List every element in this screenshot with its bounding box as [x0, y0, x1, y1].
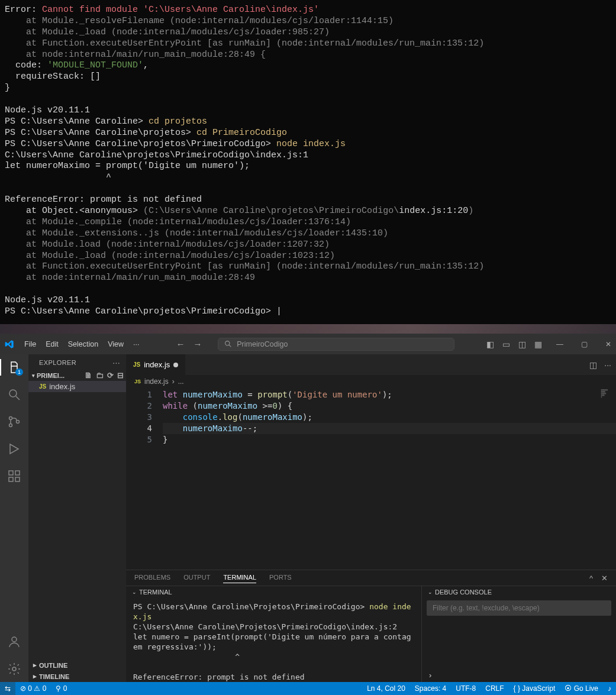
command-center[interactable]: PrimeiroCodigo — [218, 338, 454, 351]
debug-console-pane: ⌄DEBUG CONSOLE › — [422, 586, 616, 682]
external-terminal[interactable]: Error: Cannot find module 'C:\Users\Anne… — [0, 0, 616, 324]
status-ports[interactable]: ⚲ 0 — [51, 684, 72, 693]
sidebar-more-icon[interactable]: ··· — [112, 358, 120, 367]
breadcrumb[interactable]: JS index.js › ... — [126, 375, 616, 388]
svg-point-4 — [9, 417, 12, 420]
tab-terminal[interactable]: TERMINAL — [223, 574, 256, 583]
new-folder-icon[interactable]: 🗀 — [96, 371, 104, 380]
remote-button[interactable]: ⇆ — [0, 682, 15, 695]
editor-column: JS index.js ◫ ··· JS index.js › ... 1234… — [126, 354, 616, 682]
title-bar: File Edit Selection View ··· ← → Primeir… — [0, 334, 616, 354]
gutter: 12345 — [126, 388, 163, 570]
bottom-panel: PROBLEMS OUTPUT TERMINAL PORTS ^ ✕ ⌄TERM… — [126, 570, 616, 682]
close-panel-icon[interactable]: ✕ — [601, 574, 608, 583]
layout-controls: ◧ ▭ ◫ ▦ — [486, 340, 542, 349]
chevron-down-icon: ⌄ — [132, 589, 137, 595]
svg-rect-9 — [15, 477, 20, 481]
svg-point-12 — [12, 667, 16, 671]
debug-prompt[interactable]: › — [422, 668, 616, 682]
status-problems[interactable]: ⊘ 0 ⚠ 0 — [15, 684, 51, 693]
status-language[interactable]: { } JavaScript — [509, 684, 560, 693]
layout-icon[interactable]: ▦ — [534, 340, 542, 349]
activity-account[interactable] — [7, 635, 21, 649]
terminal-pane: ⌄TERMINAL PS C:\Users\Anne Caroline\Proj… — [126, 586, 422, 682]
svg-point-2 — [9, 390, 17, 397]
maximize-panel-icon[interactable]: ^ — [589, 574, 593, 583]
svg-point-6 — [17, 421, 20, 424]
more-actions-icon[interactable]: ··· — [604, 360, 611, 370]
status-cursor[interactable]: Ln 4, Col 20 — [362, 684, 410, 693]
folder-section[interactable]: ▾ PRIMEI... 🗎 🗀 ⟳ ⊟ — [28, 370, 126, 381]
file-item-index[interactable]: JS index.js — [28, 381, 126, 392]
menu-more[interactable]: ··· — [129, 338, 143, 350]
layout-icon[interactable]: ◧ — [486, 340, 494, 349]
tab-ports[interactable]: PORTS — [269, 574, 292, 583]
svg-point-5 — [9, 424, 12, 427]
activity-bar: 1 — [0, 354, 28, 682]
explorer-badge: 1 — [15, 368, 23, 376]
svg-point-11 — [12, 637, 17, 642]
sidebar: EXPLORER ··· ▾ PRIMEI... 🗎 🗀 ⟳ ⊟ JS inde… — [28, 354, 126, 682]
tab-problems[interactable]: PROBLEMS — [134, 574, 170, 583]
terminal-body[interactable]: PS C:\Users\Anne Caroline\Projetos\Prime… — [126, 598, 421, 682]
status-indent[interactable]: Spaces: 4 — [410, 684, 451, 693]
editor-tabs: JS index.js ◫ ··· — [126, 354, 616, 375]
split-editor-icon[interactable]: ◫ — [589, 360, 597, 370]
command-center-text: PrimeiroCodigo — [237, 340, 288, 348]
chevron-right-icon: ▸ — [33, 673, 37, 680]
minimize-icon[interactable]: — — [556, 340, 563, 348]
window-controls: — ▢ ✕ — [556, 340, 611, 348]
svg-point-0 — [225, 341, 230, 345]
code-area[interactable]: let numeroMaximo = prompt('Digite um num… — [163, 388, 616, 570]
outline-section[interactable]: ▸OUTLINE — [28, 660, 126, 671]
chevron-down-icon: ⌄ — [428, 589, 433, 595]
status-golive[interactable]: ⦿ Go Live — [560, 684, 603, 693]
activity-source-control[interactable] — [7, 415, 21, 429]
minimap[interactable]: ████████████████████████ — [601, 389, 608, 398]
tab-output[interactable]: OUTPUT — [183, 574, 210, 583]
layout-icon[interactable]: ▭ — [502, 340, 510, 349]
collapse-icon[interactable]: ⊟ — [117, 371, 124, 380]
window-divider — [0, 324, 616, 334]
js-file-icon: JS — [133, 361, 140, 368]
js-file-icon: JS — [39, 383, 46, 390]
activity-settings[interactable] — [7, 662, 21, 676]
sidebar-header: EXPLORER ··· — [28, 354, 126, 370]
panel-tabs: PROBLEMS OUTPUT TERMINAL PORTS ^ ✕ — [126, 570, 616, 586]
nav-forward-icon[interactable]: → — [193, 339, 202, 349]
activity-debug[interactable] — [7, 442, 21, 456]
svg-line-3 — [16, 396, 20, 400]
svg-rect-8 — [9, 477, 13, 481]
chevron-right-icon: ▸ — [33, 661, 37, 669]
maximize-icon[interactable]: ▢ — [581, 340, 588, 348]
status-encoding[interactable]: UTF-8 — [451, 684, 480, 693]
activity-extensions[interactable] — [7, 469, 21, 483]
nav-back-icon[interactable]: ← — [176, 339, 185, 349]
new-file-icon[interactable]: 🗎 — [85, 371, 92, 380]
nav-history: ← → — [176, 339, 202, 349]
status-eol[interactable]: CRLF — [480, 684, 508, 693]
refresh-icon[interactable]: ⟳ — [107, 371, 114, 380]
menu-selection[interactable]: Selection — [64, 338, 102, 350]
editor[interactable]: 12345 let numeroMaximo = prompt('Digite … — [126, 388, 616, 570]
svg-line-1 — [229, 345, 231, 347]
debug-filter-input[interactable] — [427, 600, 611, 616]
vscode-window: File Edit Selection View ··· ← → Primeir… — [0, 334, 616, 695]
activity-search[interactable] — [7, 387, 21, 402]
svg-rect-10 — [15, 471, 20, 475]
chevron-down-icon: ▾ — [32, 373, 35, 379]
vscode-logo-icon — [5, 340, 14, 349]
menu-file[interactable]: File — [20, 338, 40, 350]
js-file-icon: JS — [134, 379, 141, 384]
layout-icon[interactable]: ◫ — [518, 340, 526, 349]
status-bar: ⇆ ⊘ 0 ⚠ 0 ⚲ 0 Ln 4, Col 20 Spaces: 4 UTF… — [0, 682, 616, 695]
status-bell-icon[interactable]: ♪ — [603, 684, 616, 693]
tab-index[interactable]: JS index.js — [126, 354, 185, 375]
menu-edit[interactable]: Edit — [41, 338, 63, 350]
menu-bar: File Edit Selection View ··· — [20, 338, 143, 350]
activity-explorer[interactable]: 1 — [7, 360, 21, 374]
close-icon[interactable]: ✕ — [605, 340, 611, 348]
timeline-section[interactable]: ▸TIMELINE — [28, 671, 126, 682]
menu-view[interactable]: View — [104, 338, 128, 350]
dirty-indicator-icon — [173, 363, 178, 367]
